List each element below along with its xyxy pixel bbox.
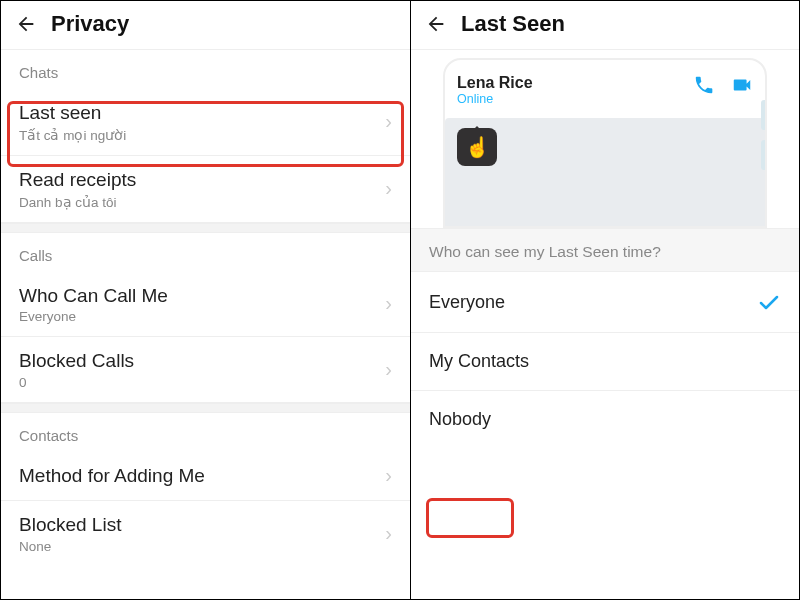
section-chats: Chats: [1, 49, 410, 89]
video-icon: [731, 74, 753, 96]
phone-side-button: [761, 140, 767, 170]
contact-name: Lena Rice: [457, 74, 683, 92]
preview-area: Lena Rice Online ☝: [411, 49, 799, 228]
back-icon[interactable]: [425, 13, 447, 35]
row-adding-method[interactable]: Method for Adding Me ›: [1, 452, 410, 501]
row-who-can-call[interactable]: Who Can Call Me Everyone ›: [1, 272, 410, 338]
hand-icon: ☝: [465, 135, 490, 159]
phone-side-button: [761, 100, 767, 130]
chevron-right-icon: ›: [377, 292, 392, 315]
chevron-right-icon: ›: [377, 358, 392, 381]
check-icon: [757, 290, 781, 314]
row-sub: Danh bạ của tôi: [19, 194, 377, 210]
row-last-seen[interactable]: Last seen Tất cả mọi người ›: [1, 89, 410, 156]
row-sub: Everyone: [19, 309, 377, 324]
page-title: Privacy: [51, 11, 129, 37]
phone-preview: Lena Rice Online ☝: [443, 58, 767, 228]
option-nobody[interactable]: Nobody: [411, 391, 799, 448]
option-label: Everyone: [429, 292, 757, 313]
last-seen-screen: Last Seen Lena Rice Online: [411, 1, 799, 599]
header-privacy: Privacy: [1, 1, 410, 49]
privacy-screen: Privacy Chats Last seen Tất cả mọi người…: [1, 1, 411, 599]
chevron-right-icon: ›: [377, 464, 392, 487]
chevron-right-icon: ›: [377, 522, 392, 545]
row-title: Method for Adding Me: [19, 464, 377, 488]
back-icon[interactable]: [15, 13, 37, 35]
option-my-contacts[interactable]: My Contacts: [411, 333, 799, 391]
option-everyone[interactable]: Everyone: [411, 272, 799, 333]
option-label: My Contacts: [429, 351, 781, 372]
chevron-right-icon: ›: [377, 177, 392, 200]
page-title: Last Seen: [461, 11, 565, 37]
row-title: Last seen: [19, 101, 377, 125]
row-sub: Tất cả mọi người: [19, 127, 377, 143]
header-lastseen: Last Seen: [411, 1, 799, 49]
row-title: Blocked Calls: [19, 349, 377, 373]
section-gap: [1, 223, 410, 233]
phone-icon: [693, 74, 715, 96]
option-label: Nobody: [429, 409, 781, 430]
contact-status: Online: [457, 92, 683, 106]
section-contacts: Contacts: [1, 413, 410, 452]
row-sub: 0: [19, 375, 377, 390]
hand-tooltip: ☝: [457, 128, 497, 166]
row-title: Who Can Call Me: [19, 284, 377, 308]
row-read-receipts[interactable]: Read receipts Danh bạ của tôi ›: [1, 156, 410, 223]
row-title: Read receipts: [19, 168, 377, 192]
row-blocked-list[interactable]: Blocked List None ›: [1, 501, 410, 566]
row-blocked-calls[interactable]: Blocked Calls 0 ›: [1, 337, 410, 403]
row-sub: None: [19, 539, 377, 554]
section-gap: [1, 403, 410, 413]
chevron-right-icon: ›: [377, 110, 392, 133]
question-label: Who can see my Last Seen time?: [411, 228, 799, 272]
section-calls: Calls: [1, 233, 410, 272]
row-title: Blocked List: [19, 513, 377, 537]
